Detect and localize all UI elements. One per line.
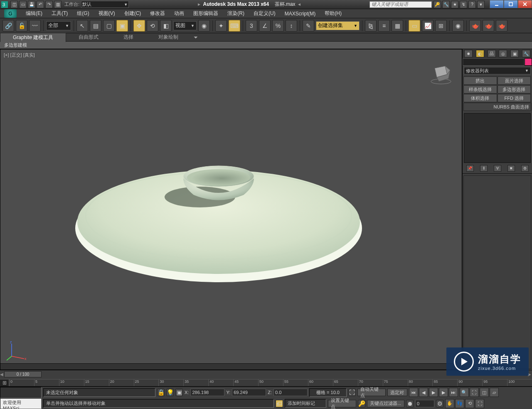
snap-3-icon[interactable]: 3 — [246, 20, 257, 32]
goto-start-icon[interactable]: ⏮ — [409, 388, 418, 397]
z-coord-input[interactable]: 0.0 — [273, 389, 308, 396]
menu-customize[interactable]: 自定义(U) — [249, 9, 280, 18]
ribbon-tab-selection[interactable]: 选择 — [111, 33, 146, 42]
modifier-stack[interactable] — [464, 113, 531, 163]
key-filters-icon[interactable]: 🔑 — [358, 400, 365, 407]
fov-icon[interactable]: ▱ — [490, 388, 499, 397]
menu-render[interactable]: 渲染(R) — [223, 9, 249, 18]
adaptive-degradation-icon[interactable]: ⛶ — [348, 389, 356, 396]
mod-vol-sel[interactable]: 体积选择 — [463, 94, 497, 102]
prev-frame-icon[interactable]: ◀ — [419, 388, 428, 397]
mod-poly-sel[interactable]: 多边形选择 — [498, 85, 531, 94]
schematic-view-icon[interactable]: ⊞ — [435, 20, 447, 32]
mod-spline-sel[interactable]: 样条线选择 — [463, 85, 497, 94]
material-editor-icon[interactable]: ◉ — [452, 20, 464, 32]
timeline-ruler[interactable]: ⊞ 0 5 10 15 20 25 30 35 40 45 50 55 60 6… — [0, 379, 532, 387]
workspace-dropdown[interactable]: 默认▼ — [81, 1, 129, 8]
script-mini-1[interactable] — [0, 387, 42, 398]
manipulate-icon[interactable]: ✦ — [215, 20, 227, 32]
selected-filter[interactable]: 选定对 — [387, 389, 407, 396]
menu-maxscript[interactable]: MAXScript(M) — [281, 10, 320, 17]
link-icon[interactable]: 🔗 — [2, 20, 14, 32]
help-drop-icon[interactable]: ▼ — [477, 1, 485, 8]
goto-end-icon[interactable]: ⏭ — [449, 388, 458, 397]
mod-nurbs[interactable]: NURBS 曲面选择 — [463, 103, 531, 111]
lock-selection-icon[interactable]: 🔒 — [157, 389, 165, 396]
auto-key-button[interactable]: 自动关键点 — [357, 389, 386, 396]
time-tag-field[interactable]: 添加时间标记 — [285, 399, 326, 408]
orbit-icon[interactable]: ⟲ — [465, 399, 474, 408]
ribbon-tab-graphite[interactable]: Graphite 建模工具 — [0, 33, 66, 42]
walk-icon[interactable]: 👣 — [455, 399, 464, 408]
object-color-swatch[interactable] — [525, 58, 532, 66]
app-menu-button[interactable]: G — [4, 9, 17, 18]
utilities-tab-icon[interactable]: 🔧 — [522, 50, 530, 57]
key-mode-icon[interactable]: ⏺ — [406, 400, 414, 407]
set-key-mode-icon[interactable]: ⊞ — [2, 380, 7, 386]
mod-extrude[interactable]: 挤出 — [463, 76, 497, 85]
menu-help[interactable]: 帮助(H) — [320, 9, 346, 18]
menu-group[interactable]: 组(G) — [73, 9, 93, 18]
menu-views[interactable]: 视图(V) — [94, 9, 119, 18]
ribbon-toggle-icon[interactable]: ▭ — [409, 20, 420, 32]
pivot-icon[interactable]: ◉ — [198, 20, 210, 32]
y-coord-input[interactable]: 69.249 — [232, 389, 266, 396]
pan-icon[interactable]: ✋ — [445, 399, 454, 408]
mirror-icon[interactable]: ⧎ — [365, 20, 377, 32]
select-name-icon[interactable]: ▤ — [90, 20, 101, 32]
percent-snap-icon[interactable]: % — [272, 20, 284, 32]
align-icon[interactable]: ≡ — [378, 20, 390, 32]
x-coord-input[interactable]: 286.198 — [190, 389, 224, 396]
modifier-list-dropdown[interactable]: 修改器列表▼ — [464, 67, 531, 74]
named-selection-dropdown[interactable]: 创建选择集▼ — [316, 21, 360, 30]
ribbon-tab-freeform[interactable]: 自由形式 — [66, 33, 111, 42]
render-setup-icon[interactable]: 🫖 — [469, 20, 481, 32]
isolate-icon[interactable]: 💡 — [166, 389, 174, 396]
unlink-icon[interactable]: 🔓 — [16, 20, 27, 32]
question-icon[interactable]: ? — [468, 1, 476, 8]
viewport[interactable]: [+] [正交] [真实] — [0, 49, 462, 370]
menu-create[interactable]: 创建(C) — [120, 9, 145, 18]
menu-modifiers[interactable]: 修改器 — [146, 9, 169, 18]
minimize-button[interactable] — [490, 0, 504, 8]
rotate-icon[interactable]: ⟲ — [147, 20, 158, 32]
menu-edit[interactable]: 编辑(E) — [22, 9, 47, 18]
object-name-input[interactable] — [463, 58, 525, 66]
timetag-icon[interactable]: 🏷 — [276, 400, 283, 407]
star-icon[interactable]: ★ — [451, 1, 458, 8]
key-filters-button[interactable]: 关键点过滤器... — [367, 400, 404, 407]
menu-tools[interactable]: 工具(T) — [47, 9, 72, 18]
ribbon-collapse-icon[interactable]: ⏷ — [191, 34, 201, 41]
keyboard-shortcut-icon[interactable]: ⌨ — [229, 20, 240, 32]
pin-stack-icon[interactable]: 📌 — [466, 165, 474, 172]
undo-icon[interactable]: ↶ — [37, 1, 44, 8]
hierarchy-tab-icon[interactable]: 品 — [488, 50, 496, 57]
time-slider[interactable]: 0 / 100 — [4, 371, 42, 377]
zoom-ext-icon[interactable]: ◫ — [480, 388, 489, 397]
viewport-label[interactable]: [+] [正交] [真实] — [4, 52, 35, 58]
rendered-frame-icon[interactable]: 🫖 — [483, 20, 494, 32]
time-config-icon[interactable]: ⚙ — [436, 400, 443, 407]
make-unique-icon[interactable]: ∀ — [494, 165, 501, 172]
scale-icon[interactable]: ◧ — [160, 20, 172, 32]
comm-icon[interactable]: 🔑 — [433, 1, 441, 8]
menu-graph[interactable]: 图形编辑器 — [189, 9, 222, 18]
configure-icon[interactable]: ⚙ — [521, 165, 529, 172]
script-mini-2[interactable]: 欢迎使用 MAXSci — [0, 398, 42, 409]
max-viewport-icon[interactable]: ⛶ — [475, 399, 484, 408]
next-frame-icon[interactable]: ▶ — [439, 388, 448, 397]
select-window-icon[interactable]: ▣ — [116, 20, 128, 32]
curve-editor-icon[interactable]: 📈 — [422, 20, 433, 32]
modify-tab-icon[interactable]: ◐ — [476, 50, 484, 57]
show-result-icon[interactable]: Ⅱ — [480, 165, 488, 172]
menu-animation[interactable]: 动画 — [170, 9, 188, 18]
maximize-button[interactable] — [504, 0, 518, 8]
rollout-area[interactable] — [463, 175, 531, 369]
set-key-button[interactable]: 设置关键点 — [328, 400, 356, 407]
save-file-icon[interactable]: 💾 — [28, 1, 35, 8]
open-file-icon[interactable]: ▭ — [19, 1, 27, 8]
display-tab-icon[interactable]: ▣ — [510, 50, 519, 57]
exchange-icon[interactable]: ↯ — [460, 1, 467, 8]
close-button[interactable] — [518, 0, 532, 8]
view-cube[interactable] — [429, 60, 453, 85]
